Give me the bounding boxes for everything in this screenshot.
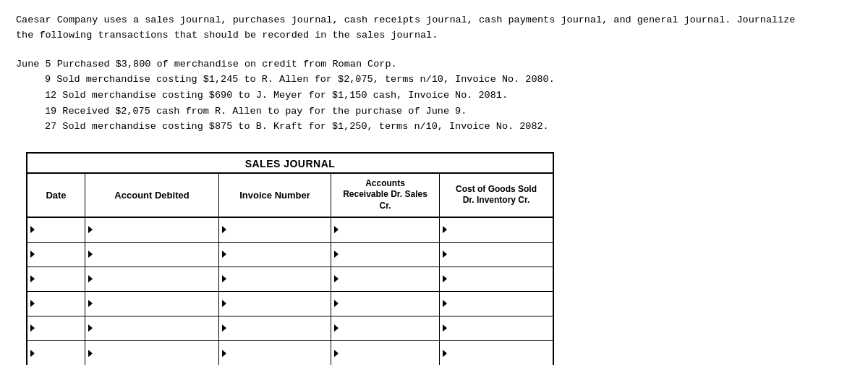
row-4-accounts-receivable[interactable] bbox=[331, 292, 440, 316]
journal-title: SALES JOURNAL bbox=[27, 154, 553, 174]
table-row bbox=[27, 243, 553, 267]
table-row bbox=[27, 267, 553, 292]
header-invoice-number: Invoice Number bbox=[219, 174, 331, 217]
transactions-list: June 5 Purchased $3,800 of merchandise o… bbox=[16, 56, 852, 135]
transaction-4: 19 Received $2,075 cash from R. Allen to… bbox=[45, 104, 852, 119]
row-2-invoice-number[interactable] bbox=[219, 243, 331, 267]
row-2-account-debited[interactable] bbox=[85, 243, 219, 267]
row-4-account-debited[interactable] bbox=[85, 292, 219, 316]
row-3-invoice-number[interactable] bbox=[219, 267, 331, 291]
transaction-3: 12 Sold merchandise costing $690 to J. M… bbox=[45, 88, 852, 104]
row-2-cost-of-goods[interactable] bbox=[440, 243, 553, 267]
table-row bbox=[27, 292, 553, 316]
row-5-date[interactable] bbox=[27, 316, 85, 340]
header-accounts-receivable: AccountsReceivable Dr. SalesCr. bbox=[331, 174, 440, 217]
row-2-accounts-receivable[interactable] bbox=[331, 243, 440, 267]
row-3-accounts-receivable[interactable] bbox=[331, 267, 440, 291]
row-3-cost-of-goods[interactable] bbox=[440, 267, 553, 291]
row-3-date[interactable] bbox=[27, 267, 85, 291]
journal-header: Date Account Debited Invoice Number Acco… bbox=[27, 174, 553, 218]
row-6-account-debited[interactable] bbox=[85, 341, 219, 365]
row-6-invoice-number[interactable] bbox=[219, 341, 331, 365]
header-cost-of-goods: Cost of Goods SoldDr. Inventory Cr. bbox=[440, 174, 553, 217]
row-5-invoice-number[interactable] bbox=[219, 316, 331, 340]
sales-journal: SALES JOURNAL Date Account Debited Invoi… bbox=[26, 152, 554, 365]
row-1-accounts-receivable[interactable] bbox=[331, 218, 440, 242]
transaction-1: June 5 Purchased $3,800 of merchandise o… bbox=[16, 56, 852, 72]
row-2-date[interactable] bbox=[27, 243, 85, 267]
row-1-invoice-number[interactable] bbox=[219, 218, 331, 242]
row-5-accounts-receivable[interactable] bbox=[331, 316, 440, 340]
row-1-date[interactable] bbox=[27, 218, 85, 242]
intro-line1: Caesar Company uses a sales journal, pur… bbox=[16, 14, 795, 25]
row-5-cost-of-goods[interactable] bbox=[440, 316, 553, 340]
row-4-cost-of-goods[interactable] bbox=[440, 292, 553, 316]
table-row bbox=[27, 341, 553, 365]
row-6-accounts-receivable[interactable] bbox=[331, 341, 440, 365]
row-1-cost-of-goods[interactable] bbox=[440, 218, 553, 242]
row-6-cost-of-goods[interactable] bbox=[440, 341, 553, 365]
header-account-debited: Account Debited bbox=[85, 174, 219, 217]
transaction-5: 27 Sold merchandise costing $875 to B. K… bbox=[45, 119, 852, 135]
intro-paragraph: Caesar Company uses a sales journal, pur… bbox=[16, 13, 852, 43]
row-4-date[interactable] bbox=[27, 292, 85, 316]
row-1-account-debited[interactable] bbox=[85, 218, 219, 242]
transaction-2: 9 Sold merchandise costing $1,245 to R. … bbox=[45, 72, 852, 88]
row-6-date[interactable] bbox=[27, 341, 85, 365]
table-row bbox=[27, 316, 553, 341]
row-5-account-debited[interactable] bbox=[85, 316, 219, 340]
table-row bbox=[27, 218, 553, 243]
intro-line2: the following transactions that should b… bbox=[16, 30, 438, 41]
row-4-invoice-number[interactable] bbox=[219, 292, 331, 316]
header-date: Date bbox=[27, 174, 85, 217]
row-3-account-debited[interactable] bbox=[85, 267, 219, 291]
